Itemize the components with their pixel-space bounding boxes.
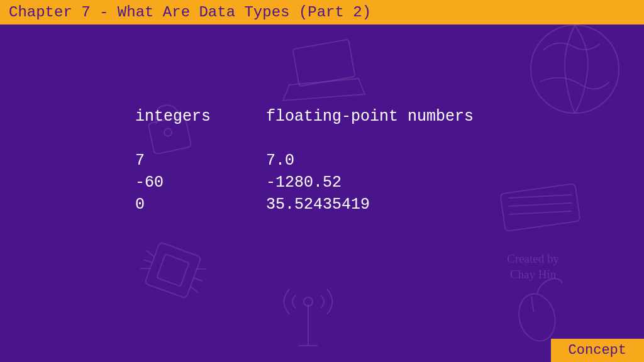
- svg-line-17: [509, 211, 572, 214]
- svg-line-6: [145, 251, 155, 257]
- slide-type-tag: Concept: [551, 339, 644, 362]
- svg-line-7: [143, 260, 152, 263]
- author-credit: Created by Chay Hin: [507, 251, 559, 282]
- credit-line: Chay Hin: [507, 267, 559, 283]
- svg-line-8: [140, 265, 150, 272]
- svg-line-9: [197, 266, 207, 272]
- svg-point-13: [304, 297, 313, 306]
- float-value: 7.0: [266, 150, 474, 172]
- slide-type-label: Concept: [569, 343, 626, 358]
- svg-point-18: [514, 290, 560, 345]
- antenna-icon: [267, 273, 349, 355]
- svg-line-10: [194, 278, 203, 281]
- svg-rect-14: [500, 184, 580, 231]
- floats-header: floating-point numbers: [266, 106, 474, 128]
- laptop-icon: [277, 35, 371, 110]
- integer-value: -60: [135, 172, 266, 194]
- float-value: -1280.52: [266, 172, 474, 194]
- integer-value: 0: [135, 194, 266, 216]
- mouse-icon: [502, 273, 572, 349]
- floats-column: floating-point numbers 7.0 -1280.52 35.5…: [266, 106, 474, 216]
- svg-line-19: [530, 296, 535, 312]
- svg-line-11: [189, 287, 199, 293]
- svg-rect-4: [145, 242, 201, 299]
- content-area: integers 7 -60 0 floating-point numbers …: [135, 106, 474, 216]
- integers-header: integers: [135, 106, 266, 128]
- integers-column: integers 7 -60 0: [135, 106, 266, 216]
- svg-rect-5: [157, 254, 189, 286]
- integer-value: 7: [135, 150, 266, 172]
- globe-icon: [518, 13, 631, 126]
- chip-icon: [132, 229, 214, 311]
- svg-point-0: [531, 25, 619, 113]
- keyboard-icon: [493, 176, 587, 239]
- chapter-title: Chapter 7 - What Are Data Types (Part 2): [9, 4, 371, 21]
- credit-line: Created by: [507, 251, 559, 267]
- svg-line-16: [509, 203, 572, 206]
- float-value: 35.52435419: [266, 194, 474, 216]
- svg-line-15: [509, 195, 572, 198]
